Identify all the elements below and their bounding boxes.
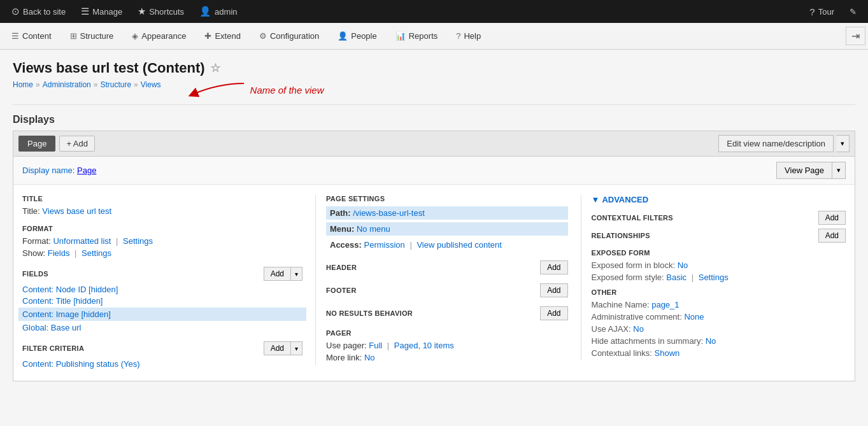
fields-add-button[interactable]: Add: [264, 267, 291, 281]
no-results-add-button[interactable]: Add: [540, 306, 567, 320]
manage-icon: ☰: [81, 6, 89, 17]
nav-help[interactable]: ? Help: [447, 23, 490, 49]
nav-reports[interactable]: 📊 Reports: [387, 23, 448, 49]
path-value-link[interactable]: /views-base-url-test: [353, 208, 425, 218]
relationships-add-button[interactable]: Add: [818, 229, 846, 243]
fields-section-header: FIELDS: [22, 270, 48, 278]
use-ajax-value-link[interactable]: No: [633, 324, 644, 334]
structure-icon: ⊞: [70, 31, 77, 41]
exposed-form-header: EXPOSED FORM: [592, 249, 846, 257]
page-title: Views base url test (Content) ☆: [13, 60, 855, 76]
nav-appearance[interactable]: ◈ Appearance: [123, 23, 196, 49]
fields-add-dropdown[interactable]: ▾: [291, 267, 302, 281]
breadcrumb-views[interactable]: Views: [141, 80, 161, 89]
nav-bar: ☰ Content ⊞ Structure ◈ Appearance ✚ Ext…: [0, 23, 868, 50]
footer-section: FOOTER Add: [326, 283, 568, 297]
other-header: OTHER: [592, 288, 846, 296]
field-item: Content: Title [hidden]: [22, 296, 302, 306]
nav-extend[interactable]: ✚ Extend: [196, 23, 250, 49]
breadcrumb-home[interactable]: Home: [13, 80, 33, 89]
filter-item: Content: Publishing status (Yes): [22, 359, 302, 369]
reports-icon: 📊: [395, 31, 406, 41]
add-display-button[interactable]: + Add: [59, 136, 95, 152]
admin-user-button[interactable]: 👤 admin: [193, 3, 243, 20]
field-image-link[interactable]: Content: Image [hidden]: [22, 309, 111, 319]
access-published-link[interactable]: View published content: [416, 240, 501, 250]
show-value-link[interactable]: Fields: [48, 248, 70, 258]
appearance-icon: ◈: [132, 31, 138, 41]
shortcuts-button[interactable]: ★ Shortcuts: [131, 3, 190, 20]
page-title-area: Views base url test (Content) ☆ Home » A…: [13, 60, 855, 105]
nav-people[interactable]: 👤 People: [329, 23, 386, 49]
fields-header-row: FIELDS Add ▾: [22, 267, 302, 281]
access-permission-link[interactable]: Permission: [364, 240, 405, 250]
field-item: Content: Node ID [hidden]: [22, 285, 302, 294]
edit-view-name-dropdown[interactable]: ▾: [836, 135, 850, 152]
nav-configuration[interactable]: ⚙ Configuration: [250, 23, 329, 49]
left-column: TITLE Title: Views base url test FORMAT …: [22, 195, 315, 371]
manage-button[interactable]: ☰ Manage: [75, 3, 129, 20]
page-content: Views base url test (Content) ☆ Home » A…: [0, 50, 868, 426]
relationships-section: RELATIONSHIPS Add: [592, 229, 846, 243]
title-value-link[interactable]: Views base url test: [42, 206, 111, 216]
help-circle-icon: ?: [809, 6, 815, 17]
header-add-button[interactable]: Add: [540, 260, 567, 274]
page-settings-header: PAGE SETTINGS: [326, 195, 568, 202]
breadcrumb: Home » Administration » Structure » View…: [13, 80, 161, 89]
display-toolbar: Page + Add Edit view name/description ▾: [13, 131, 855, 157]
admin-comment-value-link[interactable]: None: [684, 312, 704, 322]
right-column: ▼ ADVANCED CONTEXTUAL FILTERS Add RELATI…: [581, 195, 846, 360]
exposed-style-settings-link[interactable]: Settings: [699, 273, 729, 282]
exposed-style-basic-link[interactable]: Basic: [666, 273, 687, 282]
more-link-value[interactable]: No: [364, 353, 375, 362]
display-name-link[interactable]: Page: [77, 166, 96, 175]
filter-add-button[interactable]: Add: [264, 341, 291, 355]
pager-section-header: PAGER: [326, 329, 568, 337]
annotation-text: Name of the view: [250, 85, 324, 96]
help-icon: ?: [456, 31, 460, 41]
show-settings-link[interactable]: Settings: [82, 248, 111, 258]
favorite-icon[interactable]: ☆: [210, 61, 220, 75]
menu-value-link[interactable]: No menu: [357, 224, 390, 234]
annotation-arrow: [180, 80, 250, 99]
contextual-links-value-link[interactable]: Shown: [655, 348, 680, 358]
hide-attachments-value-link[interactable]: No: [706, 336, 716, 346]
filter-section-header: FILTER CRITERIA: [22, 344, 84, 352]
middle-column: PAGE SETTINGS Path: /views-base-url-test…: [315, 195, 581, 365]
tour-button[interactable]: ? Tour: [803, 4, 841, 20]
pager-full-link[interactable]: Full: [369, 341, 382, 350]
breadcrumb-administration[interactable]: Administration: [43, 80, 91, 89]
footer-add-button[interactable]: Add: [540, 283, 567, 297]
view-editor: Display name: Page View Page ▾ TITLE Tit…: [13, 157, 855, 381]
content-icon: ☰: [11, 31, 19, 41]
view-page-button[interactable]: View Page: [776, 162, 832, 179]
machine-name-value-link[interactable]: page_1: [651, 300, 679, 309]
view-page-dropdown[interactable]: ▾: [832, 162, 846, 179]
breadcrumb-structure[interactable]: Structure: [100, 80, 131, 89]
field-node-id-link[interactable]: Content: Node ID [hidden]: [22, 285, 118, 294]
nav-structure[interactable]: ⊞ Structure: [61, 23, 124, 49]
filter-publishing-status-link[interactable]: Content: Publishing status (Yes): [22, 359, 140, 369]
display-name-bar: Display name: Page View Page ▾: [13, 157, 855, 185]
header-section: HEADER Add: [326, 260, 568, 274]
edit-view-name-button[interactable]: Edit view name/description: [718, 135, 834, 152]
format-settings-link[interactable]: Settings: [123, 236, 153, 246]
format-value-link[interactable]: Unformatted list: [53, 236, 111, 246]
field-item: Global: Base url: [22, 323, 302, 332]
nav-content[interactable]: ☰ Content: [3, 23, 61, 49]
pager-paged-link[interactable]: Paged, 10 items: [394, 341, 454, 350]
field-title-link[interactable]: Content: Title [hidden]: [22, 296, 103, 306]
people-icon: 👤: [338, 31, 348, 41]
contextual-filters-add-button[interactable]: Add: [818, 211, 846, 225]
nav-collapse-button[interactable]: ⇥: [846, 27, 865, 45]
filter-header-row: FILTER CRITERIA Add ▾: [22, 341, 302, 355]
title-section-header: TITLE: [22, 195, 302, 202]
field-base-url-link[interactable]: Global: Base url: [22, 323, 82, 332]
back-to-site-button[interactable]: ⊙ Back to site: [5, 3, 72, 20]
exposed-block-value-link[interactable]: No: [678, 260, 688, 270]
page-tab-button[interactable]: Page: [18, 136, 55, 152]
filter-add-dropdown[interactable]: ▾: [291, 341, 302, 355]
format-section-header: FORMAT: [22, 225, 302, 232]
advanced-toggle[interactable]: ▼ ADVANCED: [592, 195, 846, 204]
edit-button[interactable]: ✎: [843, 4, 863, 19]
